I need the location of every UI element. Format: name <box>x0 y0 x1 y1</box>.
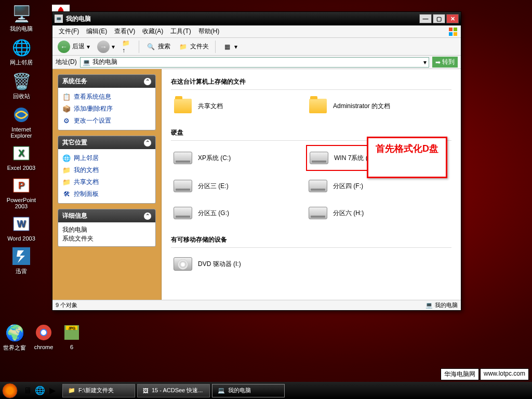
drive-dvd[interactable]: DVD 驱动器 (I:) <box>171 252 306 276</box>
forward-icon: → <box>97 41 110 53</box>
desktop-icon-excel[interactable]: XExcel 2003 <box>3 143 39 171</box>
start-button[interactable] <box>2 383 18 398</box>
drive-icon <box>174 207 192 219</box>
network-icon: 🌐 <box>62 154 71 163</box>
drive-icon <box>309 207 327 219</box>
drive-e[interactable]: 分区三 (E:) <box>171 174 306 198</box>
status-object-count: 9 个对象 <box>56 301 77 309</box>
watermark-name: 华海电脑网 <box>441 368 479 380</box>
chevron-down-icon[interactable]: ▾ <box>423 59 427 66</box>
address-input[interactable]: 💻 我的电脑 ▾ <box>80 57 429 68</box>
explorer-window: 💻 我的电脑 — ▢ ✕ 文件(F) 编辑(E) 查看(V) 收藏(A) 工具(… <box>52 11 461 311</box>
window-icon: 💻 <box>55 15 63 23</box>
menu-help[interactable]: 帮助(H) <box>195 26 223 37</box>
back-button[interactable]: ←后退▾ <box>56 39 92 54</box>
task-add-remove[interactable]: 📦添加/删除程序 <box>62 103 151 115</box>
minimize-button[interactable]: — <box>419 14 432 23</box>
desktop-icon-jpg[interactable]: JPG6 <box>61 322 82 352</box>
quick-launch: 🖥 🌐 ▶ <box>20 385 60 396</box>
desktop-icon-word[interactable]: WWord 2003 <box>3 214 39 242</box>
desktop-icon-ie[interactable]: Internet Explorer <box>3 104 39 139</box>
place-network[interactable]: 🌐网上邻居 <box>62 152 151 164</box>
details-name: 我的电脑 <box>62 225 151 234</box>
excel-icon: X <box>11 143 32 164</box>
dvd-icon <box>174 257 192 271</box>
taskbar: 🖥 🌐 ▶ 📁F:\新建文件夹 🖼15 - ACDSee 快速... 💻我的电脑 <box>0 382 532 399</box>
task-mycomputer[interactable]: 💻我的电脑 <box>212 384 285 397</box>
section-stored-files: 在这台计算机上存储的文件 <box>171 74 451 90</box>
annotation-box: 首先格式化D盘 <box>367 137 447 178</box>
drive-g[interactable]: 分区五 (G:) <box>171 201 306 225</box>
collapse-icon: ⌃ <box>144 139 151 147</box>
folders-button[interactable]: 📁文件夹 <box>176 41 211 53</box>
maximize-button[interactable]: ▢ <box>433 14 445 23</box>
up-button[interactable]: 📁↑ <box>120 41 135 53</box>
task-acdsee[interactable]: 🖼15 - ACDSee 快速... <box>137 384 210 397</box>
watermark-url: www.lotpc.com <box>480 368 529 380</box>
task-explorer-f[interactable]: 📁F:\新建文件夹 <box>62 384 135 397</box>
status-location: 我的电脑 <box>435 301 458 309</box>
close-button[interactable]: ✕ <box>446 14 459 23</box>
panel-header[interactable]: 系统任务⌃ <box>58 75 155 88</box>
forward-button[interactable]: →▾ <box>95 39 117 54</box>
control-panel-icon: 🛠 <box>62 190 71 198</box>
drive-c[interactable]: XP系统 (C:) <box>171 145 306 171</box>
panel-header[interactable]: 详细信息⌃ <box>58 209 155 222</box>
desktop-icon-recycle[interactable]: 🗑️回收站 <box>3 71 39 100</box>
panel-other-places: 其它位置⌃ 🌐网上邻居 📁我的文档 📁共享文档 🛠控制面板 <box>58 136 156 204</box>
svg-text:JPG: JPG <box>68 326 75 330</box>
main-pane: 在这台计算机上存储的文件 共享文档 Administrator 的文档 硬盘 X… <box>162 69 461 300</box>
desktop-icon-network[interactable]: 🌐网上邻居 <box>3 37 39 66</box>
folder-icon: 📁 <box>62 178 71 187</box>
search-button[interactable]: 🔍搜索 <box>143 41 172 53</box>
titlebar[interactable]: 💻 我的电脑 — ▢ ✕ <box>52 12 461 25</box>
acdsee-icon: 🖼 <box>143 388 149 394</box>
jpg-icon: JPG <box>61 322 82 343</box>
ql-ie[interactable]: 🌐 <box>34 385 46 396</box>
drive-h[interactable]: 分区六 (H:) <box>306 201 441 225</box>
address-value: 我的电脑 <box>92 58 117 66</box>
place-control-panel[interactable]: 🛠控制面板 <box>62 188 151 200</box>
panel-details: 详细信息⌃ 我的电脑 系统文件夹 <box>58 209 156 247</box>
chrome-icon <box>33 322 54 343</box>
back-icon: ← <box>58 41 70 53</box>
desktop-icon-mycomputer[interactable]: 🖥️我的电脑 <box>3 3 39 33</box>
computer-icon: 💻 <box>218 387 225 394</box>
content-area: 系统任务⌃ 📋查看系统信息 📦添加/删除程序 ⚙更改一个设置 其它位置⌃ 🌐网上… <box>52 69 461 300</box>
xunlei-icon <box>11 246 32 267</box>
menu-file[interactable]: 文件(F) <box>56 26 82 37</box>
menu-fav[interactable]: 收藏(A) <box>139 26 166 37</box>
place-shared[interactable]: 📁共享文档 <box>62 176 151 188</box>
separator <box>215 41 216 53</box>
section-removable: 有可移动存储的设备 <box>171 232 451 248</box>
window-title: 我的电脑 <box>66 15 419 23</box>
chevron-down-icon: ▾ <box>87 43 90 50</box>
menu-edit[interactable]: 编辑(E) <box>83 26 110 37</box>
desktop-icon-chrome[interactable]: chrome <box>33 322 54 352</box>
folder-shared-docs[interactable]: 共享文档 <box>171 94 306 118</box>
ql-show-desktop[interactable]: 🖥 <box>22 385 33 396</box>
desktop-icon-theworld[interactable]: 🌍世界之窗 <box>3 322 26 352</box>
ql-player[interactable]: ▶ <box>47 385 58 396</box>
task-change-setting[interactable]: ⚙更改一个设置 <box>62 115 151 127</box>
computer-icon: 🖥️ <box>11 3 32 24</box>
menu-tools[interactable]: 工具(T) <box>167 26 194 37</box>
search-icon: 🔍 <box>145 42 156 52</box>
views-button[interactable]: ▦▾ <box>220 41 240 53</box>
svg-text:P: P <box>18 180 24 191</box>
menu-view[interactable]: 查看(V) <box>111 26 138 37</box>
go-button[interactable]: ➡转到 <box>432 57 458 68</box>
drive-icon <box>310 152 328 164</box>
word-icon: W <box>11 214 32 234</box>
windows-logo-icon <box>448 27 458 36</box>
place-mydocs[interactable]: 📁我的文档 <box>62 164 151 176</box>
folder-up-icon: 📁↑ <box>122 42 132 52</box>
chevron-down-icon: ▾ <box>112 43 115 50</box>
desktop-icon-ppt[interactable]: PPowerPoint 2003 <box>3 175 39 209</box>
desktop-icon-xunlei[interactable]: 迅雷 <box>3 246 39 275</box>
views-icon: ▦ <box>222 42 232 52</box>
task-view-sysinfo[interactable]: 📋查看系统信息 <box>62 91 151 103</box>
folder-admin-docs[interactable]: Administrator 的文档 <box>306 94 441 118</box>
folder-icon <box>309 99 327 113</box>
panel-header[interactable]: 其它位置⌃ <box>58 136 155 149</box>
